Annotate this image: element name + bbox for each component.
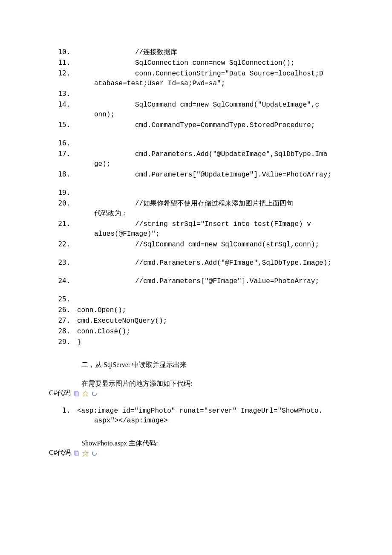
star-icon[interactable]: [82, 390, 89, 396]
code-line: <asp:image id="imgPhoto" runat="server" …: [75, 405, 343, 426]
code-line: //cmd.Parameters["@FImage"].Value=PhotoA…: [75, 276, 343, 286]
svg-marker-2: [83, 390, 88, 396]
code-text: cmd.Parameters.Add("@UpdateImage",SqlDbT…: [135, 150, 327, 158]
code-text: }: [77, 338, 81, 346]
code-line: [75, 89, 343, 99]
code-text: <asp:image id="imgPhoto" runat="server" …: [77, 407, 323, 415]
clipboard-icon[interactable]: [73, 390, 80, 396]
code-text: atabase=test;User Id=sa;Pwd=sa";: [94, 80, 225, 87]
code-block-2: <asp:image id="imgPhoto" runat="server" …: [49, 405, 343, 426]
csharp-label-line: C#代码: [49, 388, 343, 398]
code-line: //SqlCommand cmd=new SqlCommand(strSql,c…: [75, 239, 343, 250]
paragraph-showphoto: ShowPhoto.aspx 主体代码:: [49, 439, 343, 448]
code-text: SqlCommand cmd=new SqlCommand("UpdateIma…: [135, 101, 319, 109]
code-line: cmd.CommandType=CommandType.StoredProced…: [75, 120, 343, 130]
code-line: //cmd.Parameters.Add("@FImage",SqlDbType…: [75, 257, 343, 268]
code-line: conn.Open();: [75, 305, 343, 315]
svg-point-3: [92, 391, 96, 395]
code-text: SqlConnection conn=new SqlConnection();: [135, 59, 294, 67]
svg-marker-6: [83, 450, 88, 456]
code-line: conn.Close();: [75, 326, 343, 337]
code-text: //string strSql="Insert into test(FImage…: [135, 220, 311, 228]
spinner-icon: [91, 390, 98, 396]
code-line: conn.ConnectionString="Data Source=local…: [75, 68, 343, 89]
code-text: conn.Close();: [77, 328, 130, 335]
section-title: 二，从 SqlServer 中读取并显示出来: [49, 360, 343, 370]
csharp-label: C#代码: [49, 448, 71, 457]
code-line: cmd.Parameters.Add("@UpdateImage",SqlDbT…: [75, 149, 343, 169]
code-text: cmd.ExecuteNonQuery();: [77, 317, 167, 325]
svg-rect-1: [75, 392, 78, 396]
code-text: conn.Open();: [77, 306, 126, 314]
code-line: cmd.ExecuteNonQuery();: [75, 315, 343, 326]
code-text: //cmd.Parameters["@FImage"].Value=PhotoA…: [135, 278, 319, 285]
code-text: cmd.Parameters["@UpdateImage"].Value=Pho…: [135, 171, 331, 179]
code-line: SqlConnection conn=new SqlConnection();: [75, 58, 343, 68]
code-line: //连接数据库: [75, 47, 343, 58]
svg-point-7: [92, 451, 96, 455]
code-text: //SqlCommand cmd=new SqlCommand(strSql,c…: [135, 241, 319, 249]
code-line: [75, 294, 343, 305]
code-text: //连接数据库: [135, 49, 177, 56]
code-line: cmd.Parameters["@UpdateImage"].Value=Pho…: [75, 169, 343, 180]
spinner-icon: [91, 450, 98, 456]
paragraph-add-code: 在需要显示图片的地方添加如下代码:: [49, 379, 343, 388]
code-text: //cmd.Parameters.Add("@FImage",SqlDbType…: [135, 259, 331, 267]
code-block-1: //连接数据库 SqlConnection conn=new SqlConnec…: [49, 47, 343, 347]
code-text: alues(@FImage)";: [94, 230, 160, 238]
code-line: //string strSql="Insert into test(FImage…: [75, 219, 343, 239]
code-text: 代码改为：: [94, 210, 128, 217]
code-line: //如果你希望不使用存储过程来添加图片把上面四句代码改为：: [75, 198, 343, 219]
code-line: SqlCommand cmd=new SqlCommand("UpdateIma…: [75, 99, 343, 120]
csharp-label: C#代码: [49, 388, 71, 398]
code-line: }: [75, 337, 343, 347]
code-text: cmd.CommandType=CommandType.StoredProced…: [135, 121, 315, 129]
code-text: //如果你希望不使用存储过程来添加图片把上面四句: [135, 200, 293, 208]
code-text: conn.ConnectionString="Data Source=local…: [135, 70, 323, 78]
code-text: aspx"></asp:image>: [94, 417, 168, 425]
star-icon[interactable]: [82, 450, 89, 456]
code-text: ge);: [94, 160, 110, 168]
svg-rect-5: [75, 451, 78, 455]
code-line: [75, 138, 343, 149]
clipboard-icon[interactable]: [73, 450, 80, 456]
code-text: onn);: [94, 111, 115, 119]
code-line: [75, 188, 343, 198]
csharp-label-line-2: C#代码: [49, 448, 343, 457]
